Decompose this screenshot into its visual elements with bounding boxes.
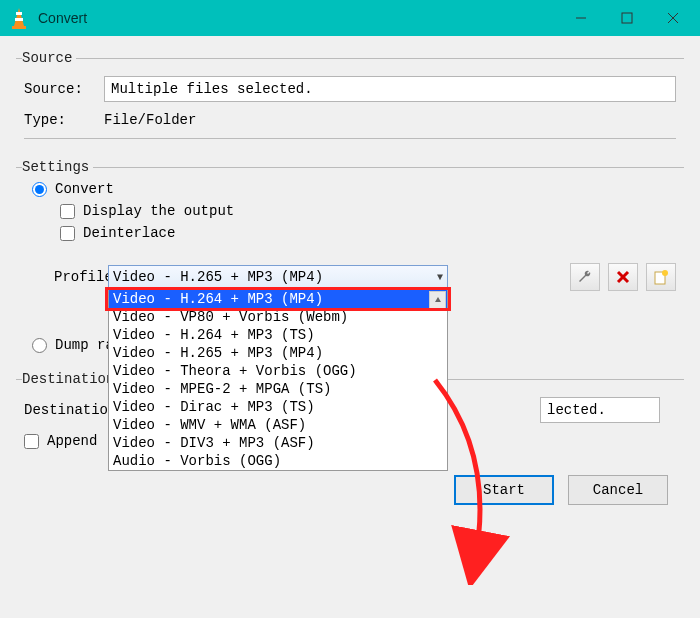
- new-profile-button[interactable]: [646, 263, 676, 291]
- svg-point-12: [662, 270, 668, 276]
- window-title: Convert: [38, 10, 558, 26]
- maximize-button[interactable]: [604, 0, 650, 36]
- svg-marker-0: [14, 8, 24, 26]
- svg-rect-2: [15, 18, 23, 21]
- delete-profile-button[interactable]: [608, 263, 638, 291]
- profile-selected: Video - H.265 + MP3 (MP4): [113, 269, 323, 285]
- source-group: Source Source: Type: File/Folder: [16, 50, 684, 143]
- profile-dropdown[interactable]: Video - H.264 + MP3 (MP4) Video - VP80 +…: [108, 289, 448, 471]
- scroll-up-button[interactable]: [429, 291, 446, 309]
- profile-option[interactable]: Audio - Vorbis (OGG): [109, 452, 447, 470]
- profile-option[interactable]: Video - Theora + Vorbis (OGG): [109, 362, 447, 380]
- svg-marker-8: [435, 297, 441, 302]
- profile-combobox[interactable]: Video - H.265 + MP3 (MP4) ▼: [108, 265, 448, 289]
- dump-radio-input[interactable]: [32, 338, 47, 353]
- convert-radio-input[interactable]: [32, 182, 47, 197]
- profile-option[interactable]: Video - H.264 + MP3 (TS): [109, 326, 447, 344]
- titlebar: Convert: [0, 0, 700, 36]
- profile-label: Profile: [24, 269, 104, 285]
- chevron-down-icon: ▼: [437, 272, 443, 283]
- svg-rect-5: [622, 13, 632, 23]
- deinterlace-label: Deinterlace: [83, 225, 175, 241]
- type-label: Type:: [24, 112, 104, 128]
- svg-rect-1: [16, 12, 22, 15]
- cancel-button[interactable]: Cancel: [568, 475, 668, 505]
- deinterlace-input[interactable]: [60, 226, 75, 241]
- profile-option[interactable]: Video - VP80 + Vorbis (Webm): [109, 308, 447, 326]
- wrench-icon: [577, 269, 593, 285]
- vlc-icon: [8, 6, 30, 30]
- minimize-button[interactable]: [558, 0, 604, 36]
- append-input[interactable]: [24, 434, 39, 449]
- divider: [24, 138, 676, 139]
- new-profile-icon: [653, 269, 669, 285]
- type-value: File/Folder: [104, 112, 196, 128]
- source-input[interactable]: [104, 76, 676, 102]
- source-legend: Source: [22, 50, 76, 66]
- profile-option[interactable]: Video - DIV3 + MP3 (ASF): [109, 434, 447, 452]
- display-output-input[interactable]: [60, 204, 75, 219]
- display-output-checkbox[interactable]: Display the output: [60, 203, 668, 219]
- profile-option[interactable]: Video - H.264 + MP3 (MP4): [109, 290, 447, 308]
- delete-icon: [615, 269, 631, 285]
- start-button[interactable]: Start: [454, 475, 554, 505]
- convert-radio-label: Convert: [55, 181, 114, 197]
- destination-legend: Destination: [22, 371, 118, 387]
- profile-option[interactable]: Video - H.265 + MP3 (MP4): [109, 344, 447, 362]
- edit-profile-button[interactable]: [570, 263, 600, 291]
- convert-radio[interactable]: Convert: [32, 181, 668, 197]
- profile-option[interactable]: Video - WMV + WMA (ASF): [109, 416, 447, 434]
- source-label: Source:: [24, 81, 104, 97]
- deinterlace-checkbox[interactable]: Deinterlace: [60, 225, 668, 241]
- settings-legend: Settings: [22, 159, 93, 175]
- profile-option[interactable]: Video - MPEG-2 + MPGA (TS): [109, 380, 447, 398]
- destination-file-input[interactable]: [540, 397, 660, 423]
- settings-group: Settings Convert Display the output Dein…: [16, 159, 684, 359]
- display-output-label: Display the output: [83, 203, 234, 219]
- profile-option[interactable]: Video - Dirac + MP3 (TS): [109, 398, 447, 416]
- svg-rect-3: [12, 26, 26, 29]
- close-button[interactable]: [650, 0, 696, 36]
